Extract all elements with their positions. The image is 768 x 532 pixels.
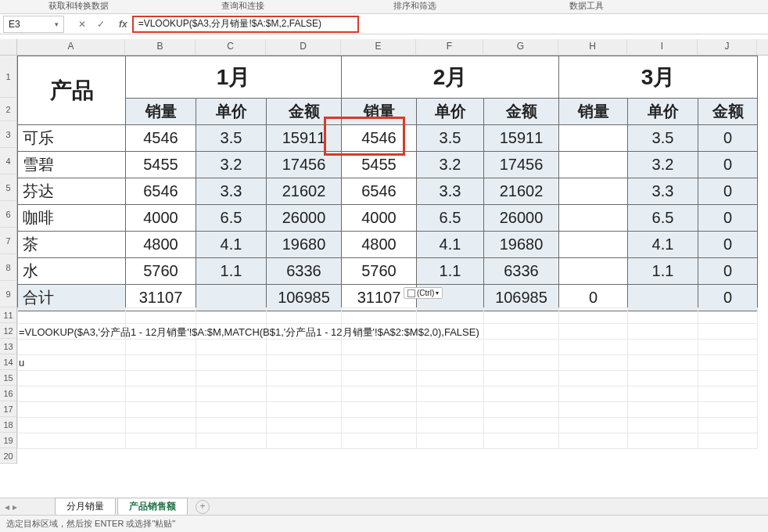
- subheader-amount-1[interactable]: 金额: [267, 99, 342, 125]
- table-row[interactable]: 芬达 6546 3.3 21602 6546 3.3 21602 3.3 0: [18, 178, 758, 205]
- row-header-7[interactable]: 7: [0, 228, 16, 254]
- row-header-13[interactable]: 13: [0, 339, 16, 354]
- month-header-2[interactable]: 2月: [342, 56, 559, 99]
- accept-formula-icon[interactable]: ✓: [97, 19, 105, 30]
- table-row[interactable]: 可乐 4546 3.5 15911 4546 3.5 15911 3.5 0: [18, 125, 758, 152]
- worksheet-grid[interactable]: 1 2 3 4 5 6 7 8 9 11 12 13 14 15 16 17 1…: [0, 56, 768, 494]
- data-table[interactable]: 产品 1月 2月 3月 销量 单价 金额 销量 单价 金额 销量 单价 金额 可…: [17, 56, 758, 311]
- col-header-F[interactable]: F: [416, 39, 483, 55]
- row-header-3[interactable]: 3: [0, 121, 16, 148]
- subheader-price-2[interactable]: 单价: [417, 99, 484, 125]
- subheader-qty-2[interactable]: 销量: [342, 99, 417, 125]
- sheet-tabs: ◂ ▸ 分月销量 产品销售额 +: [0, 498, 768, 515]
- name-box[interactable]: E3 ▾: [3, 16, 64, 33]
- table-row[interactable]: 咖啡 4000 6.5 26000 4000 6.5 26000 6.5 0: [18, 205, 758, 232]
- column-headers[interactable]: A B C D E F G H I J: [0, 39, 768, 56]
- row-header-8[interactable]: 8: [0, 254, 16, 281]
- formula-highlight: =VLOOKUP($A3,分月销量!$A:$M,2,FALSE): [132, 16, 359, 33]
- table-row[interactable]: 茶 4800 4.1 19680 4800 4.1 19680 4.1 0: [18, 232, 758, 258]
- col-header-D[interactable]: D: [266, 39, 341, 55]
- subheader-price-3[interactable]: 单价: [628, 99, 698, 125]
- row-header-16[interactable]: 16: [0, 386, 16, 401]
- name-box-ref: E3: [9, 19, 20, 30]
- month-header-1[interactable]: 1月: [126, 56, 342, 99]
- row-header-2[interactable]: 2: [0, 98, 16, 121]
- formula-bar: E3 ▾ ✕ ✓ fx =VLOOKUP($A3,分月销量!$A:$M,2,FA…: [0, 14, 768, 34]
- cancel-formula-icon[interactable]: ✕: [78, 19, 86, 30]
- row-header-14[interactable]: 14: [0, 354, 16, 370]
- row-header-9[interactable]: 9: [0, 281, 16, 307]
- row-header-12[interactable]: 12: [0, 323, 16, 339]
- subheader-qty-3[interactable]: 销量: [559, 99, 628, 125]
- row-header-11[interactable]: 11: [0, 307, 16, 323]
- col-header-A[interactable]: A: [17, 39, 125, 55]
- tab-nav-next-icon[interactable]: ▸: [13, 501, 17, 512]
- row-header-4[interactable]: 4: [0, 148, 16, 174]
- fx-icon[interactable]: fx: [119, 19, 127, 30]
- col-header-I[interactable]: I: [627, 39, 698, 55]
- status-text: 选定目标区域，然后按 ENTER 或选择"粘贴": [6, 519, 175, 528]
- row-header-1[interactable]: 1: [0, 56, 16, 98]
- row-header-18[interactable]: 18: [0, 417, 16, 433]
- subheader-price-1[interactable]: 单价: [196, 99, 267, 125]
- col-header-E[interactable]: E: [341, 39, 416, 55]
- table-row[interactable]: 水 5760 1.1 6336 5760 1.1 6336 1.1 0: [18, 258, 758, 285]
- col-header-J[interactable]: J: [698, 39, 757, 55]
- chevron-down-icon: ▾: [436, 289, 439, 297]
- sheet-tab-1[interactable]: 分月销量: [55, 498, 116, 516]
- new-sheet-button[interactable]: +: [196, 500, 210, 514]
- sheet-tab-2[interactable]: 产品销售额: [117, 498, 188, 516]
- row-header-20[interactable]: 20: [0, 448, 16, 464]
- row-header-17[interactable]: 17: [0, 401, 16, 417]
- table-row[interactable]: 雪碧 5455 3.2 17456 5455 3.2 17456 3.2 0: [18, 152, 758, 178]
- paste-options-chip[interactable]: (Ctrl) ▾: [404, 287, 443, 299]
- col-header-B[interactable]: B: [125, 39, 196, 55]
- row-header-19[interactable]: 19: [0, 433, 16, 448]
- cell-A14-text[interactable]: u: [19, 357, 24, 368]
- subheader-qty-1[interactable]: 销量: [126, 99, 196, 125]
- tab-nav-prev-icon[interactable]: ◂: [5, 501, 9, 512]
- row-header-6[interactable]: 6: [0, 201, 16, 228]
- col-header-G[interactable]: G: [483, 39, 558, 55]
- subheader-amount-2[interactable]: 金额: [484, 99, 559, 125]
- col-header-H[interactable]: H: [558, 39, 627, 55]
- paste-options-icon: [407, 289, 415, 297]
- row-header-15[interactable]: 15: [0, 370, 16, 386]
- ribbon-group-labels: 获取和转换数据 查询和连接 排序和筛选 数据工具: [0, 0, 768, 14]
- col-header-C[interactable]: C: [196, 39, 266, 55]
- status-bar: 选定目标区域，然后按 ENTER 或选择"粘贴": [0, 515, 768, 532]
- row-headers[interactable]: 1 2 3 4 5 6 7 8 9 11 12 13 14 15 16 17 1…: [0, 56, 17, 464]
- row-header-5[interactable]: 5: [0, 174, 16, 201]
- name-box-dropdown-icon[interactable]: ▾: [55, 20, 59, 28]
- formula-text[interactable]: =VLOOKUP($A3,分月销量!$A:$M,2,FALSE): [138, 17, 321, 31]
- corner-product-label[interactable]: 产品: [18, 56, 126, 125]
- select-all-corner[interactable]: [0, 39, 17, 55]
- cell-A12-formula[interactable]: =VLOOKUP($A3,'分产品1 - 12月销量'!$A:$M,MATCH(…: [19, 325, 479, 340]
- subheader-amount-3[interactable]: 金额: [698, 99, 758, 125]
- month-header-3[interactable]: 3月: [559, 56, 758, 99]
